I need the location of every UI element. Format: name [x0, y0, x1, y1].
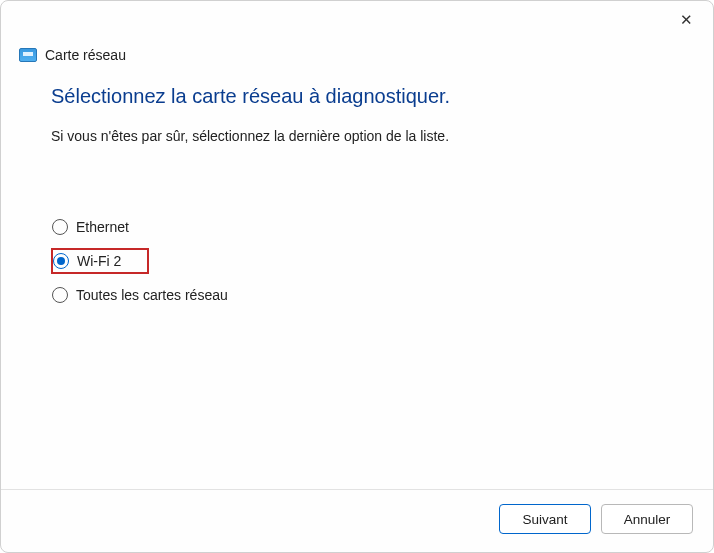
adapter-radio-group: Ethernet Wi-Fi 2 Toutes les cartes résea… [51, 214, 663, 308]
close-button[interactable]: ✕ [671, 5, 701, 35]
page-heading: Sélectionnez la carte réseau à diagnosti… [51, 85, 663, 108]
radio-icon-selected [53, 253, 69, 269]
network-card-icon [19, 48, 37, 62]
radio-option-ethernet[interactable]: Ethernet [51, 214, 663, 240]
dialog-header: Carte réseau [1, 47, 713, 73]
radio-option-wifi2[interactable]: Wi-Fi 2 [51, 248, 149, 274]
dialog-footer: Suivant Annuler [1, 489, 713, 552]
radio-option-all[interactable]: Toutes les cartes réseau [51, 282, 663, 308]
dialog-content: Sélectionnez la carte réseau à diagnosti… [1, 73, 713, 489]
dialog-title: Carte réseau [45, 47, 126, 63]
cancel-button-label: Annuler [624, 512, 671, 527]
radio-label: Toutes les cartes réseau [76, 287, 228, 303]
instruction-text: Si vous n'êtes par sûr, sélectionnez la … [51, 128, 663, 144]
close-icon: ✕ [680, 11, 693, 29]
titlebar: ✕ [1, 1, 713, 39]
next-button-label: Suivant [522, 512, 567, 527]
radio-icon [52, 287, 68, 303]
dialog-window: ✕ Carte réseau Sélectionnez la carte rés… [0, 0, 714, 553]
radio-icon [52, 219, 68, 235]
radio-dot [57, 257, 65, 265]
radio-label: Wi-Fi 2 [77, 253, 121, 269]
next-button[interactable]: Suivant [499, 504, 591, 534]
cancel-button[interactable]: Annuler [601, 504, 693, 534]
radio-label: Ethernet [76, 219, 129, 235]
